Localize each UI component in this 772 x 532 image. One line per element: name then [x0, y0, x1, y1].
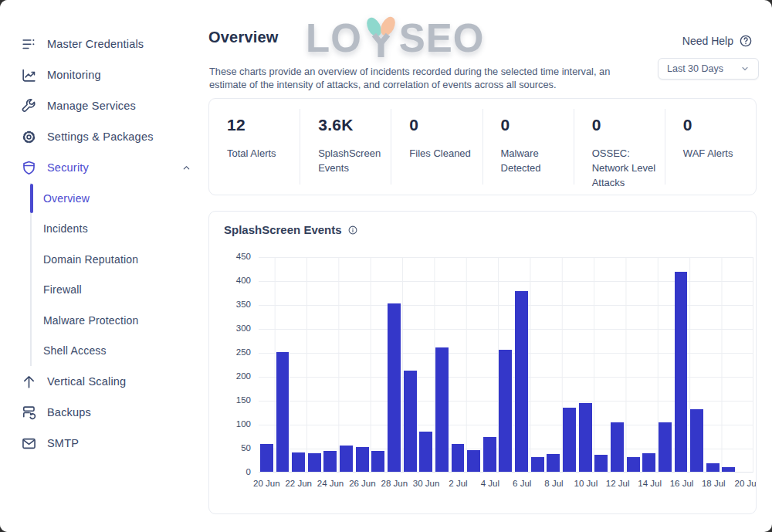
x-axis-tick-16-jul: 16 Jul: [670, 479, 694, 488]
bar-26-jun[interactable]: [356, 447, 369, 472]
sidebar-subitem-domain-reputation[interactable]: Domain Reputation: [32, 244, 208, 275]
stat-label: Total Alerts: [227, 146, 293, 161]
y-axis-tick-450: 450: [217, 252, 251, 261]
sidebar-subitem-malware-protection[interactable]: Malware Protection: [32, 305, 208, 336]
sidebar-item-smtp[interactable]: SMTP: [0, 428, 208, 459]
x-axis-tick-6-jul: 6 Jul: [513, 479, 531, 488]
bar-4-jul[interactable]: [483, 437, 496, 472]
bar-slot-24-jun: [323, 257, 339, 472]
x-axis-tick-26-jun: 26 Jun: [349, 479, 376, 488]
bar-slot-4-jul: [482, 257, 498, 472]
sidebar-item-monitoring[interactable]: Monitoring: [0, 59, 208, 90]
loyseo-logo: LO SEO: [306, 15, 485, 58]
bar-20-jun[interactable]: [260, 444, 273, 472]
y-axis-tick-50: 50: [217, 443, 251, 452]
time-range-value: Last 30 Days: [667, 63, 723, 74]
bar-2-jul[interactable]: [452, 444, 465, 472]
bar-slot-28-jun: [386, 257, 402, 472]
backups-server-icon: [21, 405, 37, 421]
bar-17-jul[interactable]: [690, 409, 703, 472]
logo-text-right: SEO: [399, 19, 485, 58]
x-axis-tick-22-jun: 22 Jun: [285, 479, 312, 488]
bar-1-jul[interactable]: [435, 347, 449, 472]
bar-12-jul[interactable]: [611, 422, 624, 472]
page-title: Overview: [208, 29, 279, 46]
bar-19-jul[interactable]: [722, 467, 735, 472]
sidebar-item-label: Settings & Packages: [47, 130, 154, 143]
wrench-icon: [21, 98, 37, 114]
chevron-up-icon: [181, 163, 191, 173]
bar-7-jul[interactable]: [531, 457, 544, 472]
chart-bars: [259, 257, 753, 472]
sidebar-item-label: Vertical Scaling: [47, 375, 126, 388]
x-axis-tick-20-jun: 20 Jun: [253, 479, 280, 488]
bar-18-jul[interactable]: [706, 463, 720, 472]
sidebar-subitem-shell-access[interactable]: Shell Access: [32, 336, 208, 367]
stat-value: 0: [683, 116, 750, 134]
sidebar-item-label: Monitoring: [47, 69, 101, 81]
monitoring-chart-icon-wrap: [21, 67, 37, 83]
bar-27-jun[interactable]: [371, 451, 384, 472]
bar-slot-20-jul: [736, 257, 753, 472]
bar-30-jun[interactable]: [419, 432, 432, 472]
question-circle-icon: [739, 34, 753, 48]
sidebar-item-settings-packages[interactable]: Settings & Packages: [0, 121, 208, 152]
bar-slot-27-jun: [370, 257, 386, 472]
sidebar-subitem-firewall[interactable]: Firewall: [32, 275, 208, 306]
chart-plot-area: 05010015020025030035040045020 Jun22 Jun2…: [259, 257, 753, 473]
bar-16-jul[interactable]: [675, 272, 688, 472]
bar-22-jun[interactable]: [292, 452, 305, 472]
sidebar-item-vertical-scaling[interactable]: Vertical Scaling: [0, 366, 208, 397]
sidebar-item-manage-services[interactable]: Manage Services: [0, 90, 208, 121]
bar-28-jun[interactable]: [388, 303, 401, 472]
bar-24-jun[interactable]: [323, 451, 337, 472]
sidebar-subitem-label: Shell Access: [43, 344, 107, 357]
stat-label: OSSEC: Network Level Attacks: [592, 146, 659, 190]
logo-y-leaf-icon: [364, 15, 398, 59]
y-axis-tick-350: 350: [217, 300, 251, 309]
sidebar-item-backups[interactable]: Backups: [0, 397, 208, 428]
y-axis-tick-400: 400: [217, 276, 251, 285]
bar-21-jun[interactable]: [276, 352, 290, 472]
sidebar-item-master-credentials[interactable]: Master Credentials: [0, 29, 208, 59]
bar-9-jul[interactable]: [563, 408, 576, 472]
bar-8-jul[interactable]: [547, 454, 560, 472]
bar-6-jul[interactable]: [515, 291, 528, 472]
x-axis-tick-24-jun: 24 Jun: [317, 479, 344, 488]
bar-13-jul[interactable]: [627, 457, 640, 472]
bar-slot-2-jul: [450, 257, 466, 472]
sidebar-nav: Master CredentialsMonitoringManage Servi…: [0, 29, 208, 459]
envelope-icon: [21, 435, 37, 452]
monitoring-chart-icon: [21, 67, 37, 83]
main-content: Overview LO SEO Need Help These charts p…: [208, 0, 772, 532]
bar-3-jul[interactable]: [467, 450, 480, 473]
bar-25-jun[interactable]: [340, 446, 353, 472]
bar-10-jul[interactable]: [579, 403, 592, 472]
y-axis-tick-200: 200: [217, 371, 251, 381]
bar-14-jul[interactable]: [642, 453, 655, 472]
bar-slot-21-jun: [275, 257, 291, 472]
page-description: These charts provide an overview of inci…: [209, 65, 647, 92]
bar-15-jul[interactable]: [659, 422, 672, 472]
y-axis-tick-150: 150: [217, 395, 251, 405]
bar-23-jun[interactable]: [308, 453, 321, 472]
bar-slot-16-jul: [673, 257, 689, 472]
chart-title: SplashScreen Events: [224, 223, 358, 236]
need-help-link[interactable]: Need Help: [682, 34, 753, 48]
bar-5-jul[interactable]: [499, 350, 512, 472]
sidebar-item-security[interactable]: Security: [0, 152, 208, 183]
bar-slot-12-jul: [609, 257, 625, 472]
sidebar-subitem-incidents[interactable]: Incidents: [32, 214, 208, 245]
shield-icon-wrap: [21, 160, 37, 176]
stat-label: Files Cleaned: [409, 146, 476, 161]
bar-11-jul[interactable]: [594, 455, 608, 472]
sidebar-subitem-overview[interactable]: Overview: [32, 183, 208, 214]
info-icon[interactable]: [347, 225, 358, 236]
time-range-select[interactable]: Last 30 Days: [658, 58, 759, 80]
backups-server-icon-wrap: [21, 405, 37, 421]
bar-slot-7-jul: [530, 257, 546, 472]
bar-slot-11-jul: [593, 257, 609, 472]
bar-29-jun[interactable]: [404, 371, 417, 472]
splashscreen-events-chart-card: SplashScreen Events 05010015020025030035…: [208, 211, 757, 514]
sidebar-subitem-label: Firewall: [43, 283, 82, 296]
